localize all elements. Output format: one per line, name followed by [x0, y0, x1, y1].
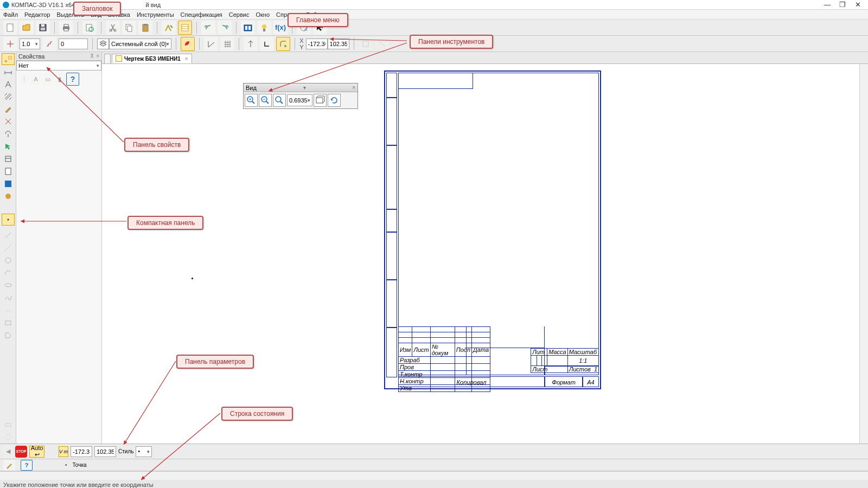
corner-button[interactable]	[260, 37, 274, 51]
param-group[interactable]	[2, 115, 15, 127]
document-tab[interactable]: Чертеж БЕЗ ИМЕНИ1 ×	[112, 54, 192, 63]
arc-tool[interactable]	[2, 267, 15, 279]
cut-button[interactable]	[106, 21, 120, 35]
pin-icon[interactable]: ⊼	[90, 53, 94, 59]
param-prev-icon[interactable]: ◀	[3, 445, 13, 459]
props-text-icon[interactable]: A	[30, 74, 41, 85]
style-dropdown[interactable]: •	[136, 446, 152, 457]
undo-button[interactable]	[201, 21, 215, 35]
contour-tool[interactable]	[2, 329, 15, 341]
rect-tool[interactable]	[2, 317, 15, 329]
menu-tools[interactable]: Инструменты	[137, 11, 174, 18]
insert-group[interactable]	[2, 190, 15, 202]
menu-edit[interactable]: Редактор	[24, 11, 50, 18]
x-display[interactable]	[306, 38, 328, 49]
view-panel-dropdown[interactable]: ▾	[303, 85, 306, 91]
menu-service[interactable]: Сервис	[229, 11, 250, 18]
scale-dropdown[interactable]: 1.0	[20, 38, 40, 49]
drawing-canvas[interactable]: ИзмЛист№ докумПодпДата Разраб Пров Т.кон…	[102, 64, 868, 444]
tab-handle[interactable]	[104, 54, 111, 63]
callout-params: Панель параметров	[176, 355, 254, 369]
zoom-out-icon[interactable]	[259, 94, 272, 107]
menu-file[interactable]: Файл	[3, 11, 18, 18]
props-bar-icon[interactable]: ▮	[54, 74, 65, 85]
y-display[interactable]	[328, 38, 349, 49]
collect-tool[interactable]	[2, 431, 15, 443]
preview-button[interactable]	[82, 21, 97, 35]
line-tool[interactable]	[2, 229, 15, 241]
param-y-input[interactable]	[94, 446, 116, 457]
format-button[interactable]	[162, 21, 176, 35]
layer-widget[interactable]: Системный слой (0)	[97, 38, 171, 49]
zoom-in-icon[interactable]	[245, 94, 258, 107]
props-filter-dropdown[interactable]: Нет	[16, 61, 101, 70]
properties-button[interactable]	[178, 21, 192, 35]
close-button[interactable]: ✕	[850, 1, 865, 9]
ellipse-tool[interactable]	[2, 279, 15, 291]
menu-spec[interactable]: Спецификация	[181, 11, 222, 18]
hatch-group[interactable]	[2, 91, 15, 102]
geometry-group[interactable]	[2, 53, 15, 65]
message-row: ? • Точка	[0, 459, 868, 471]
round-button[interactable]	[276, 37, 290, 51]
library-mgr-button[interactable]	[241, 21, 255, 35]
point-tool[interactable]	[2, 214, 15, 226]
horizontal-scrollbar[interactable]	[0, 471, 868, 480]
edit-group[interactable]	[2, 103, 15, 115]
snap-origin-button[interactable]	[3, 37, 17, 51]
redo-button[interactable]	[218, 21, 232, 35]
save-button[interactable]	[36, 21, 50, 35]
variable-button[interactable]	[257, 21, 271, 35]
views-group[interactable]	[2, 178, 15, 190]
msg-format-icon[interactable]	[3, 460, 15, 471]
bezier-tool[interactable]	[2, 304, 15, 316]
menu-window[interactable]: Окно	[256, 11, 270, 18]
copy-button[interactable]	[122, 21, 136, 35]
aux-line-tool[interactable]	[2, 242, 15, 254]
step-input[interactable]	[59, 38, 88, 49]
view-panel-title[interactable]: Вид ▾ ×	[244, 84, 358, 92]
spline-tool[interactable]	[2, 292, 15, 304]
doc-tab-label: Чертеж БЕЗ ИМЕНИ1	[124, 56, 181, 62]
zoom-fit-icon[interactable]	[273, 94, 286, 107]
maximize-button[interactable]: ❐	[835, 1, 850, 9]
props-expand-icon[interactable]: ▭	[42, 74, 53, 85]
zoom-window-icon[interactable]	[314, 94, 327, 107]
props-help-icon[interactable]: ?	[66, 73, 79, 86]
vertical-scrollbar[interactable]	[859, 64, 868, 444]
minimize-button[interactable]: —	[820, 1, 835, 9]
param-x-input[interactable]	[71, 446, 92, 457]
grid-button[interactable]	[220, 37, 234, 51]
zoom-scale-dropdown[interactable]: 0.6935	[287, 94, 312, 106]
stop-button[interactable]: STOP	[15, 446, 27, 458]
circle-tool[interactable]	[2, 254, 15, 266]
paste-button[interactable]	[138, 21, 152, 35]
new-button[interactable]	[3, 21, 17, 35]
ortho-button[interactable]	[244, 37, 258, 51]
view-panel-close[interactable]: ×	[352, 85, 355, 91]
doc-close-icon[interactable]: ×	[185, 56, 188, 62]
equidist-tool[interactable]	[2, 419, 15, 431]
svg-point-29	[284, 45, 286, 47]
svg-rect-12	[127, 26, 132, 31]
coord-mode-button[interactable]: V т	[59, 446, 68, 457]
measure-group[interactable]	[2, 128, 15, 140]
text-group[interactable]	[2, 78, 15, 90]
view-floating-panel[interactable]: Вид ▾ × 0.6935	[243, 83, 358, 109]
close-icon[interactable]: ×	[96, 53, 99, 59]
msg-help-icon[interactable]: ?	[21, 460, 33, 471]
snap-toggle[interactable]	[181, 37, 195, 51]
props-filter-icon[interactable]: ⋮	[18, 74, 29, 85]
layer-dropdown[interactable]: Системный слой (0)	[109, 38, 171, 49]
report-group[interactable]	[2, 165, 15, 177]
open-button[interactable]	[20, 21, 34, 35]
angle-button[interactable]	[204, 37, 218, 51]
refresh-icon[interactable]	[328, 94, 341, 107]
dims-group[interactable]	[2, 66, 15, 78]
spec-group[interactable]	[2, 153, 15, 165]
fx-button[interactable]: f(x)	[273, 21, 288, 35]
step-button[interactable]	[42, 37, 56, 51]
print-button[interactable]	[59, 21, 73, 35]
select-group[interactable]	[2, 140, 15, 152]
auto-button[interactable]: Auto↩	[29, 446, 44, 458]
